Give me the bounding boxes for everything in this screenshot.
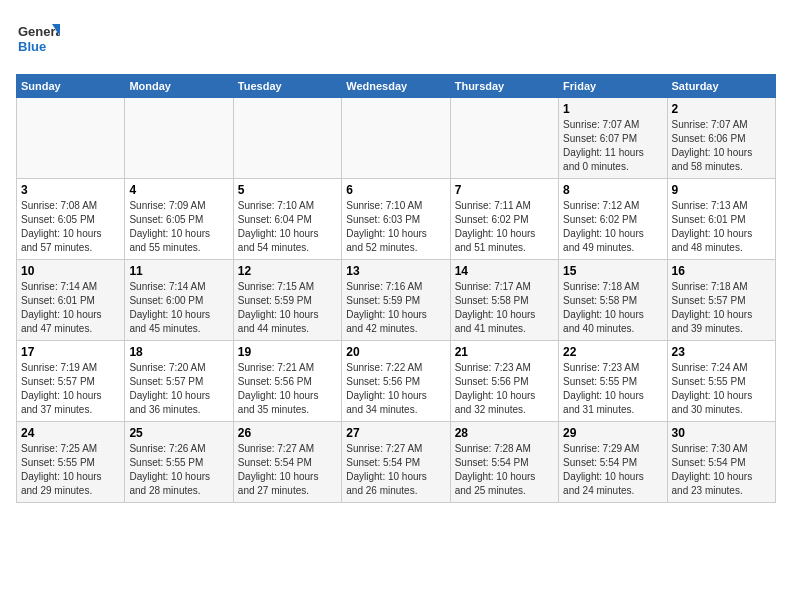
day-number: 12 bbox=[238, 264, 337, 278]
day-info: Sunrise: 7:15 AM Sunset: 5:59 PM Dayligh… bbox=[238, 280, 337, 336]
day-number: 11 bbox=[129, 264, 228, 278]
calendar-week-row: 1Sunrise: 7:07 AM Sunset: 6:07 PM Daylig… bbox=[17, 98, 776, 179]
day-number: 4 bbox=[129, 183, 228, 197]
calendar-day-cell: 10Sunrise: 7:14 AM Sunset: 6:01 PM Dayli… bbox=[17, 260, 125, 341]
day-number: 5 bbox=[238, 183, 337, 197]
day-number: 19 bbox=[238, 345, 337, 359]
day-number: 29 bbox=[563, 426, 662, 440]
day-number: 18 bbox=[129, 345, 228, 359]
day-info: Sunrise: 7:26 AM Sunset: 5:55 PM Dayligh… bbox=[129, 442, 228, 498]
day-info: Sunrise: 7:13 AM Sunset: 6:01 PM Dayligh… bbox=[672, 199, 771, 255]
calendar-day-cell: 16Sunrise: 7:18 AM Sunset: 5:57 PM Dayli… bbox=[667, 260, 775, 341]
day-number: 7 bbox=[455, 183, 554, 197]
day-info: Sunrise: 7:14 AM Sunset: 6:01 PM Dayligh… bbox=[21, 280, 120, 336]
calendar-day-cell: 18Sunrise: 7:20 AM Sunset: 5:57 PM Dayli… bbox=[125, 341, 233, 422]
day-number: 17 bbox=[21, 345, 120, 359]
weekday-header: Friday bbox=[559, 75, 667, 98]
calendar-day-cell: 17Sunrise: 7:19 AM Sunset: 5:57 PM Dayli… bbox=[17, 341, 125, 422]
day-info: Sunrise: 7:11 AM Sunset: 6:02 PM Dayligh… bbox=[455, 199, 554, 255]
day-number: 13 bbox=[346, 264, 445, 278]
calendar-day-cell bbox=[233, 98, 341, 179]
calendar-day-cell: 27Sunrise: 7:27 AM Sunset: 5:54 PM Dayli… bbox=[342, 422, 450, 503]
day-number: 9 bbox=[672, 183, 771, 197]
calendar-day-cell: 8Sunrise: 7:12 AM Sunset: 6:02 PM Daylig… bbox=[559, 179, 667, 260]
calendar-day-cell: 5Sunrise: 7:10 AM Sunset: 6:04 PM Daylig… bbox=[233, 179, 341, 260]
day-info: Sunrise: 7:23 AM Sunset: 5:56 PM Dayligh… bbox=[455, 361, 554, 417]
day-info: Sunrise: 7:23 AM Sunset: 5:55 PM Dayligh… bbox=[563, 361, 662, 417]
calendar-day-cell: 26Sunrise: 7:27 AM Sunset: 5:54 PM Dayli… bbox=[233, 422, 341, 503]
day-number: 10 bbox=[21, 264, 120, 278]
day-info: Sunrise: 7:09 AM Sunset: 6:05 PM Dayligh… bbox=[129, 199, 228, 255]
page: General Blue SundayMondayTuesdayWednesda… bbox=[0, 0, 792, 513]
day-number: 21 bbox=[455, 345, 554, 359]
calendar-day-cell: 20Sunrise: 7:22 AM Sunset: 5:56 PM Dayli… bbox=[342, 341, 450, 422]
weekday-header: Thursday bbox=[450, 75, 558, 98]
day-info: Sunrise: 7:27 AM Sunset: 5:54 PM Dayligh… bbox=[238, 442, 337, 498]
day-number: 6 bbox=[346, 183, 445, 197]
day-info: Sunrise: 7:14 AM Sunset: 6:00 PM Dayligh… bbox=[129, 280, 228, 336]
calendar-day-cell: 12Sunrise: 7:15 AM Sunset: 5:59 PM Dayli… bbox=[233, 260, 341, 341]
day-info: Sunrise: 7:08 AM Sunset: 6:05 PM Dayligh… bbox=[21, 199, 120, 255]
svg-text:Blue: Blue bbox=[18, 39, 46, 54]
day-info: Sunrise: 7:17 AM Sunset: 5:58 PM Dayligh… bbox=[455, 280, 554, 336]
logo: General Blue bbox=[16, 16, 60, 64]
day-info: Sunrise: 7:10 AM Sunset: 6:04 PM Dayligh… bbox=[238, 199, 337, 255]
calendar-day-cell: 3Sunrise: 7:08 AM Sunset: 6:05 PM Daylig… bbox=[17, 179, 125, 260]
day-number: 23 bbox=[672, 345, 771, 359]
calendar-day-cell: 2Sunrise: 7:07 AM Sunset: 6:06 PM Daylig… bbox=[667, 98, 775, 179]
calendar-week-row: 10Sunrise: 7:14 AM Sunset: 6:01 PM Dayli… bbox=[17, 260, 776, 341]
day-info: Sunrise: 7:24 AM Sunset: 5:55 PM Dayligh… bbox=[672, 361, 771, 417]
day-number: 28 bbox=[455, 426, 554, 440]
logo-icon: General Blue bbox=[16, 16, 60, 60]
calendar-week-row: 17Sunrise: 7:19 AM Sunset: 5:57 PM Dayli… bbox=[17, 341, 776, 422]
day-info: Sunrise: 7:30 AM Sunset: 5:54 PM Dayligh… bbox=[672, 442, 771, 498]
day-number: 1 bbox=[563, 102, 662, 116]
calendar-day-cell: 6Sunrise: 7:10 AM Sunset: 6:03 PM Daylig… bbox=[342, 179, 450, 260]
day-info: Sunrise: 7:12 AM Sunset: 6:02 PM Dayligh… bbox=[563, 199, 662, 255]
calendar-day-cell: 15Sunrise: 7:18 AM Sunset: 5:58 PM Dayli… bbox=[559, 260, 667, 341]
day-info: Sunrise: 7:21 AM Sunset: 5:56 PM Dayligh… bbox=[238, 361, 337, 417]
day-number: 14 bbox=[455, 264, 554, 278]
calendar-day-cell: 22Sunrise: 7:23 AM Sunset: 5:55 PM Dayli… bbox=[559, 341, 667, 422]
calendar-day-cell: 13Sunrise: 7:16 AM Sunset: 5:59 PM Dayli… bbox=[342, 260, 450, 341]
day-info: Sunrise: 7:28 AM Sunset: 5:54 PM Dayligh… bbox=[455, 442, 554, 498]
day-info: Sunrise: 7:20 AM Sunset: 5:57 PM Dayligh… bbox=[129, 361, 228, 417]
day-number: 25 bbox=[129, 426, 228, 440]
day-number: 3 bbox=[21, 183, 120, 197]
day-number: 26 bbox=[238, 426, 337, 440]
day-info: Sunrise: 7:07 AM Sunset: 6:07 PM Dayligh… bbox=[563, 118, 662, 174]
calendar-day-cell: 24Sunrise: 7:25 AM Sunset: 5:55 PM Dayli… bbox=[17, 422, 125, 503]
day-info: Sunrise: 7:18 AM Sunset: 5:58 PM Dayligh… bbox=[563, 280, 662, 336]
calendar-day-cell: 23Sunrise: 7:24 AM Sunset: 5:55 PM Dayli… bbox=[667, 341, 775, 422]
calendar-day-cell: 21Sunrise: 7:23 AM Sunset: 5:56 PM Dayli… bbox=[450, 341, 558, 422]
calendar-header-row: SundayMondayTuesdayWednesdayThursdayFrid… bbox=[17, 75, 776, 98]
day-info: Sunrise: 7:27 AM Sunset: 5:54 PM Dayligh… bbox=[346, 442, 445, 498]
day-number: 24 bbox=[21, 426, 120, 440]
calendar-day-cell bbox=[342, 98, 450, 179]
weekday-header: Sunday bbox=[17, 75, 125, 98]
day-info: Sunrise: 7:22 AM Sunset: 5:56 PM Dayligh… bbox=[346, 361, 445, 417]
calendar-day-cell: 30Sunrise: 7:30 AM Sunset: 5:54 PM Dayli… bbox=[667, 422, 775, 503]
day-info: Sunrise: 7:19 AM Sunset: 5:57 PM Dayligh… bbox=[21, 361, 120, 417]
calendar-day-cell: 25Sunrise: 7:26 AM Sunset: 5:55 PM Dayli… bbox=[125, 422, 233, 503]
calendar-day-cell: 4Sunrise: 7:09 AM Sunset: 6:05 PM Daylig… bbox=[125, 179, 233, 260]
day-info: Sunrise: 7:29 AM Sunset: 5:54 PM Dayligh… bbox=[563, 442, 662, 498]
day-number: 30 bbox=[672, 426, 771, 440]
calendar-day-cell: 11Sunrise: 7:14 AM Sunset: 6:00 PM Dayli… bbox=[125, 260, 233, 341]
calendar-day-cell bbox=[17, 98, 125, 179]
day-info: Sunrise: 7:16 AM Sunset: 5:59 PM Dayligh… bbox=[346, 280, 445, 336]
weekday-header: Tuesday bbox=[233, 75, 341, 98]
calendar-day-cell: 7Sunrise: 7:11 AM Sunset: 6:02 PM Daylig… bbox=[450, 179, 558, 260]
day-number: 8 bbox=[563, 183, 662, 197]
day-info: Sunrise: 7:18 AM Sunset: 5:57 PM Dayligh… bbox=[672, 280, 771, 336]
calendar-day-cell: 19Sunrise: 7:21 AM Sunset: 5:56 PM Dayli… bbox=[233, 341, 341, 422]
day-info: Sunrise: 7:07 AM Sunset: 6:06 PM Dayligh… bbox=[672, 118, 771, 174]
day-number: 22 bbox=[563, 345, 662, 359]
weekday-header: Saturday bbox=[667, 75, 775, 98]
day-info: Sunrise: 7:25 AM Sunset: 5:55 PM Dayligh… bbox=[21, 442, 120, 498]
calendar-day-cell bbox=[450, 98, 558, 179]
header: General Blue bbox=[16, 16, 776, 64]
day-info: Sunrise: 7:10 AM Sunset: 6:03 PM Dayligh… bbox=[346, 199, 445, 255]
calendar-week-row: 3Sunrise: 7:08 AM Sunset: 6:05 PM Daylig… bbox=[17, 179, 776, 260]
calendar-table: SundayMondayTuesdayWednesdayThursdayFrid… bbox=[16, 74, 776, 503]
